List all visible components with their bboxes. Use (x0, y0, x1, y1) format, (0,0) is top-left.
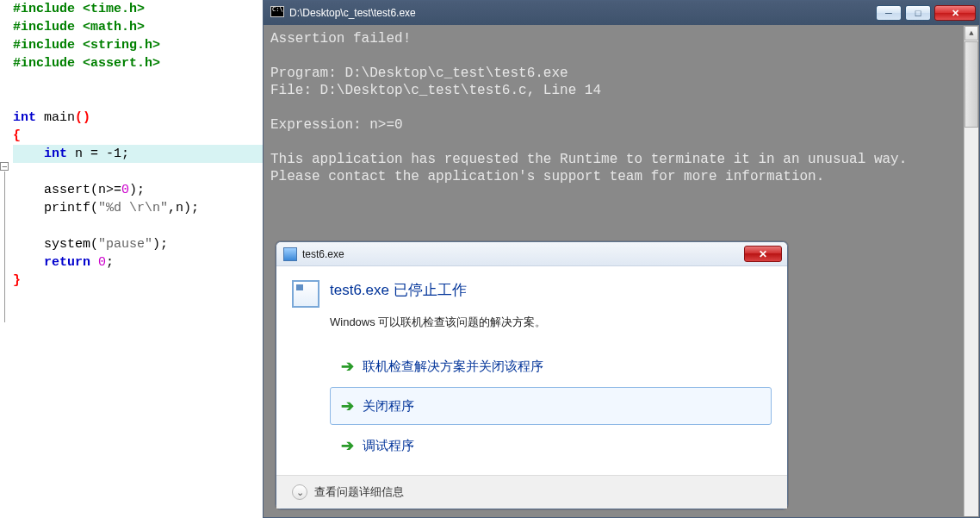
lit: 0 (121, 183, 129, 197)
maximize-button[interactable]: □ (905, 5, 931, 21)
var-decl: n = (67, 147, 106, 161)
semi: ; (106, 255, 114, 270)
minimize-button[interactable]: ─ (876, 5, 902, 21)
close: ); (129, 183, 145, 197)
include-line: #include <time.h> (13, 2, 145, 16)
lit: -1 (106, 147, 121, 161)
code-editor[interactable]: #include <time.h> #include <math.h> #inc… (0, 0, 263, 518)
dialog-options: ➔ 联机检查解决方案并关闭该程序 ➔ 关闭程序 ➔ 调试程序 (330, 347, 772, 465)
console-titlebar[interactable]: D:\Desktop\c_test\test6.exe ─ □ ✕ (264, 1, 979, 25)
args: (n>= (90, 183, 121, 197)
console-icon (270, 6, 284, 20)
paren: ( (90, 201, 98, 215)
rest: ,n); (168, 201, 199, 215)
kw-int: int (44, 147, 67, 161)
scrollbar[interactable]: ▲ (964, 26, 978, 516)
console-title: D:\Desktop\c_test\test6.exe (289, 7, 876, 19)
dialog-heading-text: test6.exe 已停止工作 (330, 280, 467, 300)
fn-assert: assert (44, 183, 90, 197)
fold-toggle-icon[interactable] (0, 162, 9, 171)
string-lit: "%d \r\n" (98, 201, 168, 215)
include-line: #include <math.h> (13, 20, 145, 34)
error-dialog: test6.exe ✕ test6.exe 已停止工作 Windows 可以联机… (276, 241, 788, 509)
chevron-down-icon[interactable]: ⌄ (292, 484, 307, 500)
dialog-close-button[interactable]: ✕ (744, 246, 782, 262)
lit: 0 (98, 255, 106, 270)
dialog-body: test6.exe 已停止工作 Windows 可以联机检查该问题的解决方案。 … (276, 266, 787, 475)
console-line: Assertion failed! (270, 31, 411, 47)
arrow-right-icon: ➔ (341, 396, 354, 415)
fn-main: main (44, 110, 75, 125)
option-check-online[interactable]: ➔ 联机检查解决方案并关闭该程序 (330, 347, 772, 385)
paren: ) (83, 110, 90, 125)
option-label: 关闭程序 (363, 398, 414, 415)
console-line: This application has requested the Runti… (270, 152, 907, 167)
footer-text: 查看问题详细信息 (314, 484, 404, 500)
window-buttons: ─ □ ✕ (876, 5, 979, 21)
close: ); (152, 237, 168, 252)
close-button[interactable]: ✕ (934, 5, 976, 21)
console-line: File: D:\Desktop\c_test\test6.c, Line 14 (270, 83, 601, 98)
arrow-right-icon: ➔ (341, 357, 354, 376)
brace: } (13, 273, 21, 288)
application-icon (292, 280, 319, 308)
include-line: #include <string.h> (13, 38, 160, 53)
arrow-right-icon: ➔ (341, 436, 354, 455)
option-close-program[interactable]: ➔ 关闭程序 (330, 387, 772, 425)
console-line: Please contact the application's support… (270, 169, 824, 184)
dialog-title: test6.exe (302, 248, 744, 260)
console-line: Program: D:\Desktop\c_test\test6.exe (270, 66, 568, 81)
dialog-titlebar[interactable]: test6.exe ✕ (276, 242, 787, 266)
kw-int: int (13, 110, 36, 125)
console-line: Expression: n>=0 (270, 117, 403, 133)
dialog-app-icon (283, 247, 297, 261)
dialog-footer[interactable]: ⌄ 查看问题详细信息 (276, 475, 787, 509)
scroll-thumb[interactable] (964, 41, 978, 128)
fn-printf: printf (44, 201, 90, 215)
kw-return: return (44, 255, 90, 270)
option-debug-program[interactable]: ➔ 调试程序 (330, 427, 772, 465)
option-label: 调试程序 (363, 438, 414, 454)
semi: ; (121, 147, 129, 161)
option-label: 联机检查解决方案并关闭该程序 (363, 359, 543, 375)
paren: ( (90, 237, 98, 252)
include-line: #include <assert.h> (13, 56, 160, 71)
fold-guide-line (4, 172, 5, 322)
dialog-heading: test6.exe 已停止工作 (292, 280, 772, 308)
string-lit: "pause" (98, 237, 152, 252)
dialog-subtext: Windows 可以联机检查该问题的解决方案。 (330, 315, 772, 330)
current-line-highlight: int n = -1; (13, 145, 263, 163)
source-code[interactable]: #include <time.h> #include <math.h> #inc… (13, 0, 263, 290)
scroll-up-icon[interactable]: ▲ (964, 26, 978, 41)
brace: { (13, 128, 21, 143)
paren: ( (75, 110, 83, 125)
fn-system: system (44, 237, 90, 252)
